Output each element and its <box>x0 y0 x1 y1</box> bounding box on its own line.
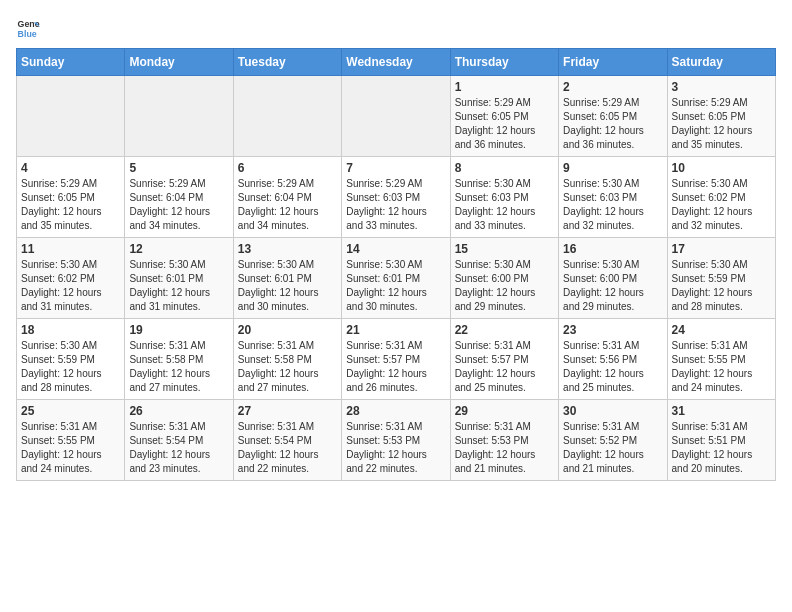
day-info: Sunrise: 5:29 AMSunset: 6:03 PMDaylight:… <box>346 177 445 233</box>
day-number: 11 <box>21 242 120 256</box>
day-info: Sunrise: 5:29 AMSunset: 6:05 PMDaylight:… <box>563 96 662 152</box>
day-number: 25 <box>21 404 120 418</box>
day-number: 26 <box>129 404 228 418</box>
day-of-week-header: Saturday <box>667 49 775 76</box>
day-info: Sunrise: 5:31 AMSunset: 5:53 PMDaylight:… <box>346 420 445 476</box>
calendar-cell <box>125 76 233 157</box>
day-info: Sunrise: 5:30 AMSunset: 5:59 PMDaylight:… <box>21 339 120 395</box>
calendar-cell: 28Sunrise: 5:31 AMSunset: 5:53 PMDayligh… <box>342 400 450 481</box>
calendar-cell: 20Sunrise: 5:31 AMSunset: 5:58 PMDayligh… <box>233 319 341 400</box>
day-number: 30 <box>563 404 662 418</box>
day-info: Sunrise: 5:30 AMSunset: 6:03 PMDaylight:… <box>563 177 662 233</box>
day-info: Sunrise: 5:31 AMSunset: 5:55 PMDaylight:… <box>21 420 120 476</box>
day-info: Sunrise: 5:31 AMSunset: 5:52 PMDaylight:… <box>563 420 662 476</box>
day-info: Sunrise: 5:30 AMSunset: 6:00 PMDaylight:… <box>563 258 662 314</box>
day-of-week-header: Thursday <box>450 49 558 76</box>
day-info: Sunrise: 5:29 AMSunset: 6:04 PMDaylight:… <box>238 177 337 233</box>
day-number: 7 <box>346 161 445 175</box>
calendar-cell: 12Sunrise: 5:30 AMSunset: 6:01 PMDayligh… <box>125 238 233 319</box>
calendar-cell: 31Sunrise: 5:31 AMSunset: 5:51 PMDayligh… <box>667 400 775 481</box>
day-number: 12 <box>129 242 228 256</box>
calendar-cell: 8Sunrise: 5:30 AMSunset: 6:03 PMDaylight… <box>450 157 558 238</box>
calendar-cell: 17Sunrise: 5:30 AMSunset: 5:59 PMDayligh… <box>667 238 775 319</box>
calendar-cell: 26Sunrise: 5:31 AMSunset: 5:54 PMDayligh… <box>125 400 233 481</box>
calendar-week-row: 25Sunrise: 5:31 AMSunset: 5:55 PMDayligh… <box>17 400 776 481</box>
calendar-cell: 22Sunrise: 5:31 AMSunset: 5:57 PMDayligh… <box>450 319 558 400</box>
calendar-cell: 16Sunrise: 5:30 AMSunset: 6:00 PMDayligh… <box>559 238 667 319</box>
day-number: 27 <box>238 404 337 418</box>
day-of-week-header: Friday <box>559 49 667 76</box>
calendar-cell: 10Sunrise: 5:30 AMSunset: 6:02 PMDayligh… <box>667 157 775 238</box>
calendar-cell: 14Sunrise: 5:30 AMSunset: 6:01 PMDayligh… <box>342 238 450 319</box>
day-number: 21 <box>346 323 445 337</box>
calendar-cell: 23Sunrise: 5:31 AMSunset: 5:56 PMDayligh… <box>559 319 667 400</box>
page-header: General Blue <box>16 16 776 40</box>
day-number: 10 <box>672 161 771 175</box>
day-number: 3 <box>672 80 771 94</box>
day-number: 29 <box>455 404 554 418</box>
day-number: 31 <box>672 404 771 418</box>
day-number: 24 <box>672 323 771 337</box>
day-info: Sunrise: 5:31 AMSunset: 5:51 PMDaylight:… <box>672 420 771 476</box>
calendar-cell: 5Sunrise: 5:29 AMSunset: 6:04 PMDaylight… <box>125 157 233 238</box>
day-number: 17 <box>672 242 771 256</box>
day-info: Sunrise: 5:30 AMSunset: 6:02 PMDaylight:… <box>21 258 120 314</box>
calendar-week-row: 1Sunrise: 5:29 AMSunset: 6:05 PMDaylight… <box>17 76 776 157</box>
calendar-cell <box>342 76 450 157</box>
logo-icon: General Blue <box>16 16 40 40</box>
calendar-cell <box>17 76 125 157</box>
day-info: Sunrise: 5:30 AMSunset: 6:03 PMDaylight:… <box>455 177 554 233</box>
day-info: Sunrise: 5:30 AMSunset: 6:01 PMDaylight:… <box>346 258 445 314</box>
day-info: Sunrise: 5:31 AMSunset: 5:55 PMDaylight:… <box>672 339 771 395</box>
day-info: Sunrise: 5:29 AMSunset: 6:05 PMDaylight:… <box>672 96 771 152</box>
day-info: Sunrise: 5:29 AMSunset: 6:05 PMDaylight:… <box>455 96 554 152</box>
day-number: 13 <box>238 242 337 256</box>
day-number: 6 <box>238 161 337 175</box>
calendar-table: SundayMondayTuesdayWednesdayThursdayFrid… <box>16 48 776 481</box>
day-number: 28 <box>346 404 445 418</box>
day-info: Sunrise: 5:30 AMSunset: 5:59 PMDaylight:… <box>672 258 771 314</box>
calendar-cell: 19Sunrise: 5:31 AMSunset: 5:58 PMDayligh… <box>125 319 233 400</box>
day-info: Sunrise: 5:30 AMSunset: 6:00 PMDaylight:… <box>455 258 554 314</box>
logo: General Blue <box>16 16 44 40</box>
day-info: Sunrise: 5:31 AMSunset: 5:53 PMDaylight:… <box>455 420 554 476</box>
day-number: 16 <box>563 242 662 256</box>
calendar-cell: 15Sunrise: 5:30 AMSunset: 6:00 PMDayligh… <box>450 238 558 319</box>
day-number: 23 <box>563 323 662 337</box>
day-info: Sunrise: 5:31 AMSunset: 5:58 PMDaylight:… <box>238 339 337 395</box>
calendar-cell: 1Sunrise: 5:29 AMSunset: 6:05 PMDaylight… <box>450 76 558 157</box>
calendar-cell: 27Sunrise: 5:31 AMSunset: 5:54 PMDayligh… <box>233 400 341 481</box>
day-number: 4 <box>21 161 120 175</box>
day-number: 2 <box>563 80 662 94</box>
calendar-cell: 24Sunrise: 5:31 AMSunset: 5:55 PMDayligh… <box>667 319 775 400</box>
day-number: 15 <box>455 242 554 256</box>
calendar-header-row: SundayMondayTuesdayWednesdayThursdayFrid… <box>17 49 776 76</box>
day-info: Sunrise: 5:30 AMSunset: 6:02 PMDaylight:… <box>672 177 771 233</box>
svg-text:Blue: Blue <box>18 29 37 39</box>
calendar-cell: 4Sunrise: 5:29 AMSunset: 6:05 PMDaylight… <box>17 157 125 238</box>
calendar-cell: 9Sunrise: 5:30 AMSunset: 6:03 PMDaylight… <box>559 157 667 238</box>
calendar-cell: 21Sunrise: 5:31 AMSunset: 5:57 PMDayligh… <box>342 319 450 400</box>
day-info: Sunrise: 5:30 AMSunset: 6:01 PMDaylight:… <box>238 258 337 314</box>
day-info: Sunrise: 5:31 AMSunset: 5:54 PMDaylight:… <box>238 420 337 476</box>
calendar-week-row: 4Sunrise: 5:29 AMSunset: 6:05 PMDaylight… <box>17 157 776 238</box>
calendar-cell: 30Sunrise: 5:31 AMSunset: 5:52 PMDayligh… <box>559 400 667 481</box>
day-info: Sunrise: 5:31 AMSunset: 5:57 PMDaylight:… <box>455 339 554 395</box>
day-info: Sunrise: 5:29 AMSunset: 6:05 PMDaylight:… <box>21 177 120 233</box>
calendar-cell: 6Sunrise: 5:29 AMSunset: 6:04 PMDaylight… <box>233 157 341 238</box>
calendar-cell: 11Sunrise: 5:30 AMSunset: 6:02 PMDayligh… <box>17 238 125 319</box>
day-number: 8 <box>455 161 554 175</box>
day-info: Sunrise: 5:31 AMSunset: 5:56 PMDaylight:… <box>563 339 662 395</box>
calendar-cell: 13Sunrise: 5:30 AMSunset: 6:01 PMDayligh… <box>233 238 341 319</box>
day-of-week-header: Tuesday <box>233 49 341 76</box>
calendar-week-row: 18Sunrise: 5:30 AMSunset: 5:59 PMDayligh… <box>17 319 776 400</box>
day-info: Sunrise: 5:31 AMSunset: 5:57 PMDaylight:… <box>346 339 445 395</box>
calendar-week-row: 11Sunrise: 5:30 AMSunset: 6:02 PMDayligh… <box>17 238 776 319</box>
calendar-cell: 3Sunrise: 5:29 AMSunset: 6:05 PMDaylight… <box>667 76 775 157</box>
day-number: 19 <box>129 323 228 337</box>
calendar-cell: 25Sunrise: 5:31 AMSunset: 5:55 PMDayligh… <box>17 400 125 481</box>
day-info: Sunrise: 5:29 AMSunset: 6:04 PMDaylight:… <box>129 177 228 233</box>
day-info: Sunrise: 5:31 AMSunset: 5:58 PMDaylight:… <box>129 339 228 395</box>
calendar-cell: 2Sunrise: 5:29 AMSunset: 6:05 PMDaylight… <box>559 76 667 157</box>
day-number: 22 <box>455 323 554 337</box>
